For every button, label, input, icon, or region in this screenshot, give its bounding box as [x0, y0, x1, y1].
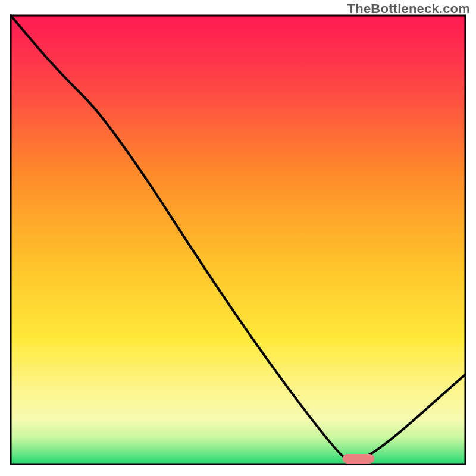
plot-area — [11, 15, 465, 464]
plot-background — [11, 15, 465, 464]
optimal-marker — [343, 454, 374, 464]
bottleneck-chart — [0, 0, 476, 476]
